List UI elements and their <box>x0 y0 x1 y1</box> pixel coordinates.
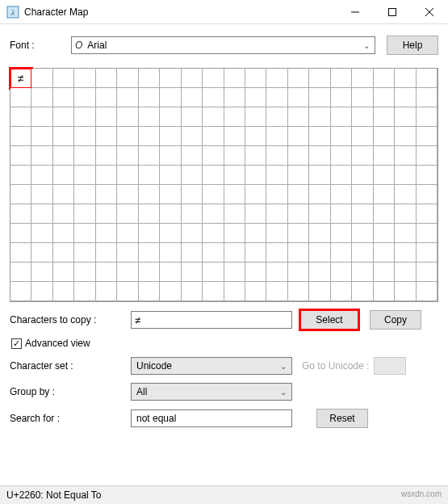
grid-cell[interactable] <box>352 224 373 243</box>
grid-cell[interactable] <box>182 88 203 107</box>
grid-cell[interactable] <box>245 146 266 166</box>
grid-cell[interactable] <box>352 204 373 224</box>
grid-cell[interactable] <box>288 127 309 146</box>
grid-cell[interactable] <box>160 243 181 262</box>
grid-cell[interactable] <box>309 146 330 166</box>
grid-cell[interactable] <box>309 262 330 282</box>
grid-cell[interactable] <box>53 185 74 204</box>
grid-cell[interactable] <box>53 146 74 166</box>
grid-cell[interactable] <box>74 282 95 301</box>
grid-cell[interactable] <box>224 69 245 88</box>
grid-cell[interactable] <box>117 88 138 107</box>
grid-cell[interactable] <box>288 69 309 88</box>
grid-cell[interactable] <box>266 166 287 185</box>
grid-cell[interactable] <box>117 146 138 166</box>
grid-cell[interactable] <box>417 107 438 127</box>
font-dropdown[interactable]: O Arial ⌄ <box>71 36 375 54</box>
maximize-button[interactable] <box>374 0 411 24</box>
grid-cell[interactable] <box>96 146 117 166</box>
grid-cell[interactable] <box>331 88 352 107</box>
grid-cell[interactable] <box>331 69 352 88</box>
grid-cell[interactable] <box>374 243 395 262</box>
grid-cell[interactable] <box>395 262 416 282</box>
grid-cell[interactable] <box>117 69 138 88</box>
grid-cell[interactable] <box>331 107 352 127</box>
grid-cell[interactable] <box>309 224 330 243</box>
grid-cell[interactable] <box>117 224 138 243</box>
grid-cell[interactable] <box>96 127 117 146</box>
grid-cell[interactable] <box>352 107 373 127</box>
grid-cell[interactable] <box>74 262 95 282</box>
grid-cell[interactable] <box>53 262 74 282</box>
grid-cell[interactable] <box>266 224 287 243</box>
grid-cell[interactable] <box>31 204 52 224</box>
grid-cell[interactable] <box>10 262 31 282</box>
grid-cell[interactable] <box>139 88 160 107</box>
grid-cell[interactable] <box>417 282 438 301</box>
grid-cell[interactable] <box>53 166 74 185</box>
grid-cell[interactable] <box>203 166 224 185</box>
grid-cell[interactable] <box>288 282 309 301</box>
grid-cell[interactable] <box>224 282 245 301</box>
grid-cell[interactable] <box>160 282 181 301</box>
grid-cell[interactable] <box>10 243 31 262</box>
grid-cell[interactable] <box>31 262 52 282</box>
grid-cell[interactable] <box>10 127 31 146</box>
grid-cell[interactable] <box>352 243 373 262</box>
grid-cell[interactable] <box>374 107 395 127</box>
grid-cell[interactable] <box>31 282 52 301</box>
grid-cell[interactable] <box>160 166 181 185</box>
grid-cell[interactable] <box>245 204 266 224</box>
grid-cell[interactable] <box>309 107 330 127</box>
grid-cell[interactable] <box>203 204 224 224</box>
grid-cell[interactable] <box>160 88 181 107</box>
search-input[interactable] <box>131 410 292 427</box>
grid-cell[interactable] <box>53 69 74 88</box>
grid-cell[interactable] <box>74 204 95 224</box>
grid-cell[interactable] <box>352 185 373 204</box>
grid-cell[interactable] <box>309 88 330 107</box>
grid-cell[interactable] <box>245 243 266 262</box>
grid-cell[interactable] <box>395 127 416 146</box>
copy-button[interactable]: Copy <box>370 310 421 330</box>
grid-cell[interactable] <box>96 262 117 282</box>
grid-cell[interactable] <box>266 127 287 146</box>
grid-cell[interactable] <box>266 107 287 127</box>
grid-cell[interactable] <box>160 262 181 282</box>
advanced-view-checkbox[interactable]: ✓ <box>11 338 22 349</box>
close-button[interactable] <box>411 0 448 24</box>
grid-cell[interactable] <box>203 107 224 127</box>
grid-cell[interactable] <box>117 107 138 127</box>
grid-cell[interactable] <box>31 185 52 204</box>
grid-cell[interactable] <box>352 88 373 107</box>
grid-cell[interactable] <box>374 204 395 224</box>
grid-cell[interactable] <box>288 204 309 224</box>
grid-cell[interactable] <box>245 262 266 282</box>
grid-cell[interactable] <box>395 88 416 107</box>
grid-cell[interactable] <box>309 69 330 88</box>
grid-cell[interactable]: ≠ <box>10 69 31 88</box>
grid-cell[interactable] <box>203 185 224 204</box>
grid-cell[interactable] <box>417 262 438 282</box>
grid-cell[interactable] <box>160 127 181 146</box>
grid-cell[interactable] <box>224 88 245 107</box>
grid-cell[interactable] <box>96 107 117 127</box>
grid-cell[interactable] <box>395 146 416 166</box>
grid-cell[interactable] <box>53 127 74 146</box>
grid-cell[interactable] <box>395 107 416 127</box>
grid-cell[interactable] <box>374 88 395 107</box>
grid-cell[interactable] <box>266 185 287 204</box>
grid-cell[interactable] <box>31 88 52 107</box>
grid-cell[interactable] <box>331 243 352 262</box>
grid-cell[interactable] <box>395 166 416 185</box>
grid-cell[interactable] <box>288 185 309 204</box>
grid-cell[interactable] <box>96 243 117 262</box>
grid-cell[interactable] <box>374 282 395 301</box>
grid-cell[interactable] <box>182 243 203 262</box>
grid-cell[interactable] <box>117 243 138 262</box>
grid-cell[interactable] <box>10 88 31 107</box>
grid-cell[interactable] <box>395 185 416 204</box>
grid-cell[interactable] <box>10 107 31 127</box>
grid-cell[interactable] <box>374 185 395 204</box>
grid-cell[interactable] <box>352 166 373 185</box>
